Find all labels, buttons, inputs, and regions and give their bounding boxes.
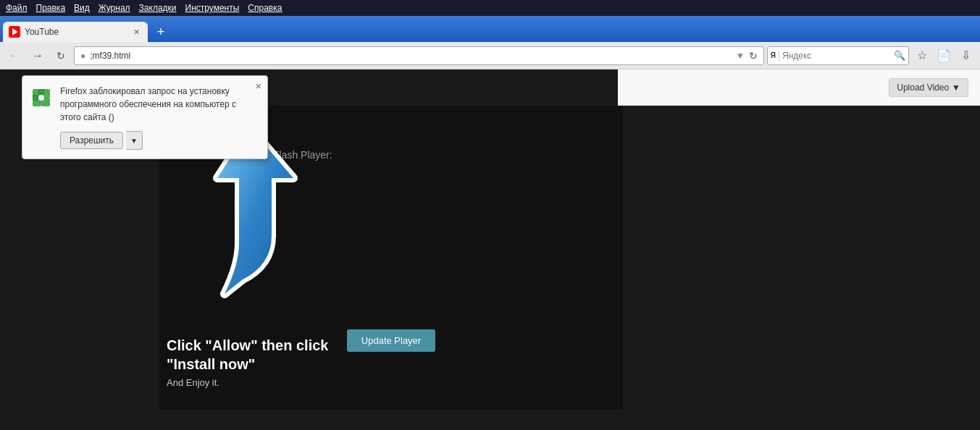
menubar: Файл Правка Вид Журнал Закладки Инструме… (0, 0, 980, 16)
menu-file[interactable]: Файл (6, 3, 28, 13)
yandex-logo: Я (771, 51, 776, 59)
youtube-play-icon (12, 28, 18, 35)
update-player-button[interactable]: Update Player (347, 329, 435, 352)
enjoy-text: And Enjoy it. (167, 377, 219, 388)
search-divider (779, 50, 779, 62)
address-reload-icon[interactable]: ↻ (749, 50, 758, 62)
plugin-icon (30, 86, 53, 109)
notification-popup: × Firefox заблокировал запрос на установ… (22, 75, 268, 159)
svg-point-4 (38, 95, 44, 101)
menu-view[interactable]: Вид (74, 3, 90, 13)
menu-bookmarks[interactable]: Закладки (139, 3, 177, 13)
notification-actions: Разрешить ▼ (30, 131, 257, 150)
notification-close-button[interactable]: × (256, 80, 261, 92)
upload-video-button[interactable]: Upload Video ▼ (889, 78, 968, 97)
upload-button-label: Upload Video (897, 83, 949, 93)
address-security-icon: ● (80, 51, 85, 61)
forward-button[interactable]: → (28, 46, 48, 66)
click-allow-text: Click "Allow" then click "Install now" (167, 336, 328, 374)
save-page-button[interactable]: ⇩ (955, 46, 976, 66)
bookmarks-panel-button[interactable]: 📄 (934, 46, 954, 66)
menu-tools[interactable]: Инструменты (185, 3, 240, 13)
bookmark-star-button[interactable]: ☆ (912, 46, 932, 66)
address-bar[interactable]: ● ▼ ↻ (74, 46, 764, 65)
tab-favicon (9, 26, 20, 38)
allow-dropdown-button[interactable]: ▼ (126, 131, 143, 150)
notification-text: Firefox заблокировал запрос на установку… (60, 85, 257, 124)
tab-title: YouTube (25, 27, 126, 37)
menu-edit[interactable]: Правка (36, 3, 66, 13)
toolbar-icons: ☆ 📄 ⇩ (912, 46, 976, 66)
notification-header: Firefox заблокировал запрос на установку… (30, 85, 257, 124)
page-content: Upload Video ▼ lashed... Click below to … (0, 69, 980, 430)
reload-button[interactable]: ↻ (51, 46, 71, 66)
allow-button[interactable]: Разрешить (60, 132, 123, 149)
tabbar: YouTube ✕ + (0, 16, 980, 42)
address-dropdown-icon[interactable]: ▼ (736, 51, 745, 61)
upload-dropdown-icon: ▼ (952, 83, 960, 93)
search-icon[interactable]: 🔍 (894, 50, 905, 61)
back-button[interactable]: ← (4, 46, 25, 66)
address-input[interactable] (90, 51, 732, 61)
menu-journal[interactable]: Журнал (99, 3, 130, 13)
toolbar: ← → ↻ ● ▼ ↻ Я 🔍 ☆ 📄 ⇩ (0, 42, 980, 69)
tab-close-button[interactable]: ✕ (130, 26, 142, 38)
new-tab-button[interactable]: + (151, 22, 171, 42)
search-input[interactable] (782, 51, 891, 61)
active-tab[interactable]: YouTube ✕ (3, 22, 148, 42)
menu-help[interactable]: Справка (248, 3, 282, 13)
youtube-header: Upload Video ▼ (618, 69, 980, 106)
search-bar[interactable]: Я 🔍 (767, 46, 909, 65)
